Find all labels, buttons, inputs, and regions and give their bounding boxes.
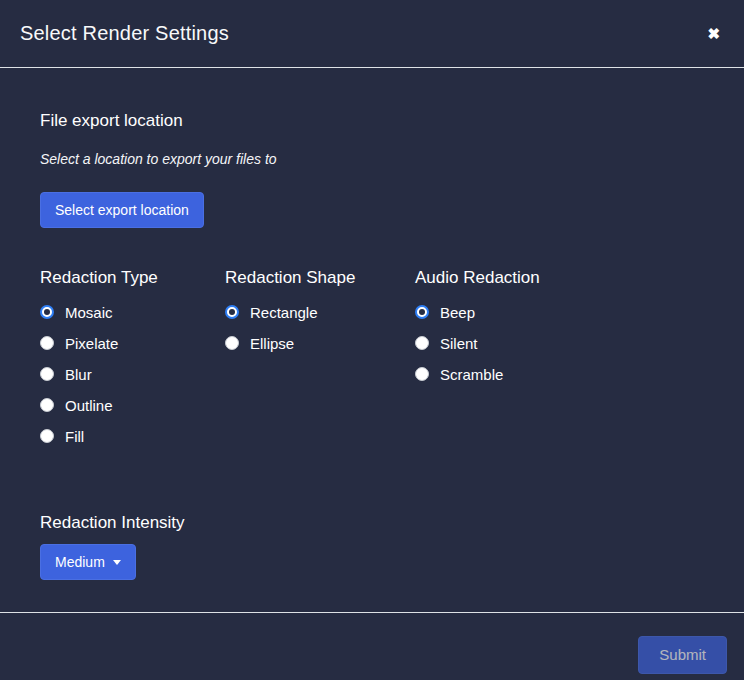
radio-option-label: Mosaic [65,304,113,321]
radio-option-mosaic[interactable]: Mosaic [40,302,225,322]
radio-option-blur[interactable]: Blur [40,364,225,384]
radio-option-label: Blur [65,366,92,383]
radio-option-beep[interactable]: Beep [415,302,540,322]
radio-option-ellipse[interactable]: Ellipse [225,333,415,353]
radio-option-list: RectangleEllipse [225,302,415,353]
radio-option-label: Pixelate [65,335,118,352]
radio-option-fill[interactable]: Fill [40,426,225,446]
intensity-selected-value: Medium [55,552,105,572]
render-settings-modal: Select Render Settings ✖ File export loc… [0,0,744,680]
radio-option-list: MosaicPixelateBlurOutlineFill [40,302,225,446]
radio-group-heading: Redaction Type [40,268,225,288]
modal-title: Select Render Settings [20,22,229,45]
radio-option-scramble[interactable]: Scramble [415,364,540,384]
radio-option-label: Ellipse [250,335,294,352]
select-export-location-button[interactable]: Select export location [40,192,204,228]
radio-option-silent[interactable]: Silent [415,333,540,353]
radio-option-label: Rectangle [250,304,318,321]
radio-option-label: Scramble [440,366,503,383]
radio-unselected-icon[interactable] [415,367,429,381]
radio-group-audio-redaction: Audio Redaction BeepSilentScramble [415,268,540,457]
radio-groups: Redaction Type MosaicPixelateBlurOutline… [40,268,704,457]
radio-selected-icon[interactable] [40,305,54,319]
radio-group-heading: Redaction Shape [225,268,415,288]
file-export-description: Select a location to export your files t… [40,150,704,168]
radio-selected-icon[interactable] [415,305,429,319]
radio-unselected-icon[interactable] [225,336,239,350]
radio-unselected-icon[interactable] [40,367,54,381]
modal-header: Select Render Settings ✖ [0,0,744,68]
chevron-down-icon [113,560,121,565]
radio-unselected-icon[interactable] [415,336,429,350]
radio-option-outline[interactable]: Outline [40,395,225,415]
radio-option-rectangle[interactable]: Rectangle [225,302,415,322]
modal-body: File export location Select a location t… [0,68,744,612]
redaction-intensity-heading: Redaction Intensity [40,513,704,533]
radio-unselected-icon[interactable] [40,398,54,412]
file-export-heading: File export location [40,111,704,131]
radio-selected-icon[interactable] [225,305,239,319]
radio-group-heading: Audio Redaction [415,268,540,288]
radio-unselected-icon[interactable] [40,336,54,350]
radio-option-label: Beep [440,304,475,321]
radio-option-label: Outline [65,397,113,414]
radio-group-redaction-type: Redaction Type MosaicPixelateBlurOutline… [40,268,225,457]
close-icon[interactable]: ✖ [703,22,724,45]
radio-group-redaction-shape: Redaction Shape RectangleEllipse [225,268,415,457]
radio-option-label: Silent [440,335,478,352]
radio-option-list: BeepSilentScramble [415,302,540,384]
radio-option-pixelate[interactable]: Pixelate [40,333,225,353]
radio-option-label: Fill [65,428,84,445]
intensity-dropdown[interactable]: Medium [40,544,136,580]
radio-unselected-icon[interactable] [40,429,54,443]
modal-footer: Submit [0,612,744,680]
submit-button[interactable]: Submit [638,636,727,674]
